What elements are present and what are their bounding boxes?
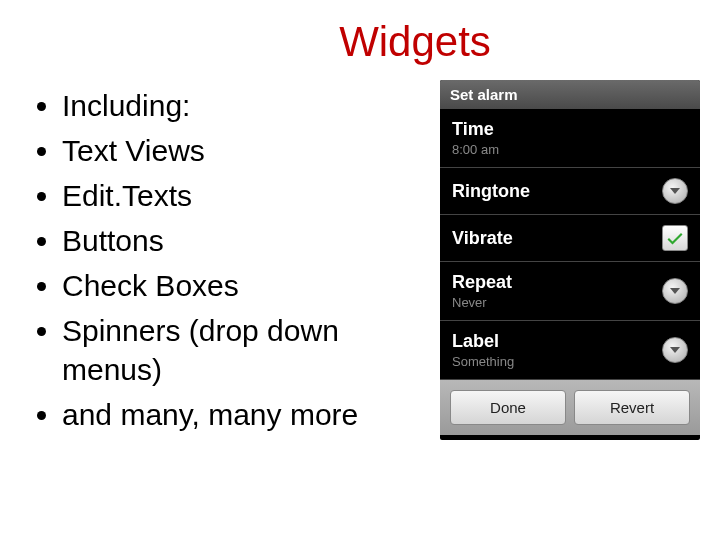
spinner-icon[interactable]	[662, 278, 688, 304]
list-item: Spinners (drop down menus)	[62, 311, 440, 389]
phone-screenshot: Set alarm Time 8:00 am Ringtone Vibrate …	[440, 80, 700, 440]
list-item: and many, many more	[62, 395, 440, 434]
set-alarm-header: Set alarm	[440, 80, 700, 109]
row-subtitle: Something	[452, 354, 662, 369]
row-vibrate[interactable]: Vibrate	[440, 215, 700, 262]
row-label[interactable]: Label Something	[440, 321, 700, 380]
list-item: Including:	[62, 86, 440, 125]
checkbox-checked-icon[interactable]	[662, 225, 688, 251]
slide-content: Including: Text Views Edit.Texts Buttons…	[0, 66, 720, 440]
row-title: Label	[452, 331, 662, 352]
row-ringtone[interactable]: Ringtone	[440, 168, 700, 215]
row-subtitle: Never	[452, 295, 662, 310]
row-subtitle: 8:00 am	[452, 142, 688, 157]
slide-title: Widgets	[0, 0, 720, 66]
list-item: Buttons	[62, 221, 440, 260]
row-title: Ringtone	[452, 181, 662, 202]
row-title: Time	[452, 119, 688, 140]
row-repeat[interactable]: Repeat Never	[440, 262, 700, 321]
list-item: Edit.Texts	[62, 176, 440, 215]
spinner-icon[interactable]	[662, 337, 688, 363]
row-title: Repeat	[452, 272, 662, 293]
list-item: Text Views	[62, 131, 440, 170]
row-title: Vibrate	[452, 228, 662, 249]
revert-button[interactable]: Revert	[574, 390, 690, 425]
list-item: Check Boxes	[62, 266, 440, 305]
done-button[interactable]: Done	[450, 390, 566, 425]
bullet-list: Including: Text Views Edit.Texts Buttons…	[30, 86, 440, 440]
button-bar: Done Revert	[440, 380, 700, 435]
row-time[interactable]: Time 8:00 am	[440, 109, 700, 168]
spinner-icon[interactable]	[662, 178, 688, 204]
